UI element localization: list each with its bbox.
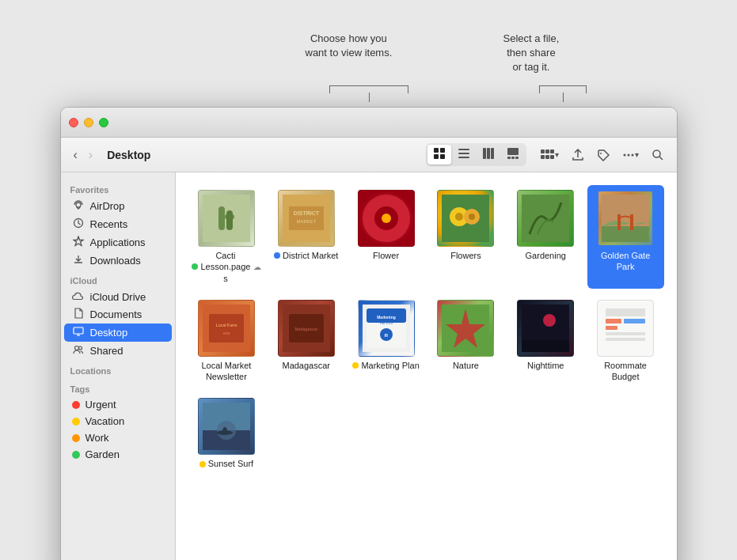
file-thumb-sunset	[198, 398, 255, 455]
share-button[interactable]	[567, 146, 589, 165]
applications-icon	[72, 236, 85, 249]
sidebar-item-tag-urgent[interactable]: Urgent	[64, 396, 172, 413]
sidebar-label-icloud-drive: iCloud Drive	[90, 291, 146, 303]
file-thumb-flowers	[437, 190, 494, 247]
nav-buttons: ‹ ›	[69, 145, 98, 165]
back-button[interactable]: ‹	[69, 145, 82, 165]
svg-point-20	[600, 153, 602, 154]
svg-rect-12	[511, 157, 515, 159]
svg-rect-72	[606, 319, 621, 324]
location-title: Desktop	[107, 149, 150, 161]
file-item-flower[interactable]: Flower	[348, 185, 424, 289]
svg-point-46	[469, 214, 475, 220]
sidebar-item-airdrop[interactable]: AirDrop	[64, 197, 172, 215]
file-name-row-cacti: CactiLesson.pages ☁	[192, 250, 262, 284]
file-name-marketing: Marketing Plan	[361, 360, 419, 371]
svg-rect-53	[209, 314, 244, 342]
svg-rect-8	[487, 148, 490, 159]
tag-button[interactable]	[592, 146, 614, 165]
group-button[interactable]: ▾	[536, 146, 564, 165]
view-column-button[interactable]	[477, 145, 500, 165]
sidebar-item-tag-work[interactable]: Work	[64, 429, 172, 446]
view-mode-selector	[426, 143, 526, 166]
file-grid: CactiLesson.pages ☁ DISTRICT MARKET	[188, 185, 664, 475]
svg-rect-5	[458, 153, 469, 154]
file-thumb-nighttime	[517, 300, 574, 357]
file-tag-cacti	[192, 263, 198, 270]
sidebar-section-tags: Tags	[61, 378, 175, 396]
vacation-tag-dot	[72, 418, 80, 426]
file-item-madagascar[interactable]: Madagascar Madagascar	[268, 295, 344, 388]
sidebar-label-shared: Shared	[90, 345, 123, 357]
more-button[interactable]: ▾	[617, 146, 644, 165]
file-name-row-flowers: Flowers	[450, 250, 481, 261]
sidebar-item-recents[interactable]: Recents	[64, 215, 172, 233]
sidebar-item-documents[interactable]: Documents	[64, 305, 172, 324]
file-name-row-marketing: Marketing Plan	[352, 360, 419, 371]
minimize-button[interactable]	[84, 118, 93, 127]
file-item-district[interactable]: DISTRICT MARKET District Market	[268, 185, 344, 289]
file-tag-district	[274, 252, 280, 259]
file-item-golden-gate[interactable]: Golden Gate Park	[587, 185, 664, 289]
maximize-button[interactable]	[99, 118, 108, 127]
file-name-madagascar: Madagascar	[282, 360, 330, 371]
sidebar-item-shared[interactable]: Shared	[64, 342, 172, 360]
svg-rect-14	[541, 149, 545, 153]
svg-point-41	[382, 214, 391, 223]
window-body: Favorites AirDrop	[61, 172, 677, 560]
sidebar-label-vacation: Vacation	[85, 415, 125, 427]
icloud-icon	[72, 290, 85, 303]
svg-rect-2	[434, 154, 439, 159]
file-item-nature[interactable]: Nature	[427, 295, 504, 388]
search-button[interactable]	[647, 146, 669, 165]
svg-rect-4	[458, 149, 469, 150]
sidebar-label-work: Work	[85, 432, 109, 444]
sidebar-item-icloud-drive[interactable]: iCloud Drive	[64, 288, 172, 305]
sidebar-item-downloads[interactable]: Downloads	[64, 252, 172, 270]
sidebar-item-applications[interactable]: Applications	[64, 233, 172, 252]
sidebar-label-airdrop: AirDrop	[90, 200, 125, 212]
file-item-sunset[interactable]: Sunset Surf	[188, 393, 265, 474]
svg-rect-0	[434, 148, 439, 153]
airdrop-icon	[72, 199, 85, 213]
view-gallery-button[interactable]	[501, 145, 525, 165]
line-view	[369, 93, 370, 102]
file-name-flowers: Flowers	[450, 250, 481, 261]
svg-rect-71	[606, 308, 645, 316]
svg-rect-49	[602, 226, 649, 242]
work-tag-dot	[72, 434, 80, 442]
file-item-cacti[interactable]: CactiLesson.pages ☁	[188, 185, 265, 289]
file-item-marketing[interactable]: Marketing Fall 2019 R Marketing Plan	[348, 295, 424, 388]
annotation-view-items: Choose how youwant to view items.	[306, 32, 393, 60]
file-name-local-market: Local MarketNewsletter	[201, 360, 251, 383]
file-item-local-market[interactable]: Local Farm 2019 Local MarketNewsletter	[188, 295, 265, 388]
file-name-row-sunset: Sunset Surf	[199, 458, 253, 469]
svg-rect-15	[545, 149, 549, 153]
file-thumb-roommate	[597, 300, 654, 357]
file-name-sunset: Sunset Surf	[208, 458, 253, 469]
close-button[interactable]	[69, 118, 78, 127]
file-name-row-roommate: RoommateBudget	[604, 360, 647, 383]
svg-text:Local Farm: Local Farm	[216, 323, 237, 327]
svg-text:MARKET: MARKET	[296, 219, 316, 224]
sidebar-section-icloud: iCloud	[61, 270, 175, 288]
sidebar-label-documents: Documents	[90, 308, 142, 320]
file-item-roommate[interactable]: RoommateBudget	[587, 295, 664, 388]
svg-point-30	[78, 346, 82, 350]
sidebar-item-desktop[interactable]: Desktop	[64, 324, 172, 342]
svg-rect-9	[491, 148, 494, 159]
view-list-button[interactable]	[452, 145, 476, 165]
svg-rect-17	[541, 155, 545, 159]
view-icon-button[interactable]	[427, 145, 451, 165]
sidebar-item-tag-vacation[interactable]: Vacation	[64, 413, 172, 429]
svg-rect-6	[458, 157, 469, 158]
svg-rect-7	[483, 148, 486, 159]
sidebar-item-tag-garden[interactable]: Garden	[64, 446, 172, 463]
file-item-flowers[interactable]: Flowers	[427, 185, 504, 289]
svg-point-23	[631, 153, 633, 156]
finder-window: ‹ › Desktop	[60, 107, 678, 560]
file-cloud-icon: ☁	[253, 263, 261, 271]
forward-button[interactable]: ›	[84, 145, 97, 165]
file-item-gardening[interactable]: Gardening	[507, 185, 584, 289]
file-item-nighttime[interactable]: Nighttime	[507, 295, 584, 388]
